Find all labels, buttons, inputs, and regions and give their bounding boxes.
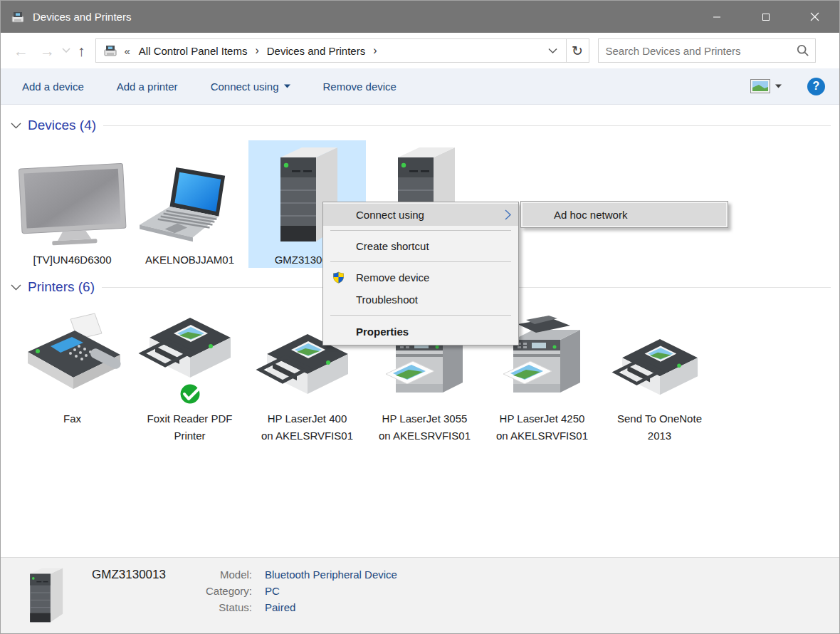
menu-item-label: Remove device xyxy=(356,271,429,284)
tv-icon xyxy=(16,140,129,249)
collapse-chevron-icon[interactable] xyxy=(11,123,21,129)
devices-and-printers-window: Devices and Printers ← → ↑ xyxy=(0,0,840,634)
up-icon[interactable]: ↑ xyxy=(78,43,85,58)
breadcrumb-separator-icon[interactable]: › xyxy=(367,44,382,57)
printer-tile-onenote[interactable]: Send To OneNote 2013 xyxy=(601,301,718,445)
detail-value-category: PC xyxy=(265,585,397,597)
menu-separator xyxy=(330,315,511,316)
navigation-bar: ← → ↑ « All Control Panel Items › Device… xyxy=(1,33,839,68)
refresh-button[interactable]: ↻ xyxy=(567,38,589,63)
printer-label: Send To OneNote 2013 xyxy=(613,410,707,445)
menu-separator xyxy=(330,230,511,231)
fax-icon xyxy=(19,301,126,407)
device-tile-tv[interactable]: [TV]UN46D6300 xyxy=(14,140,131,268)
menu-item-properties[interactable]: Properties xyxy=(323,320,518,343)
menu-item-label: Connect using xyxy=(356,209,424,221)
device-label: [TV]UN46D6300 xyxy=(16,251,130,268)
add-printer-button[interactable]: Add a printer xyxy=(117,80,178,93)
submenu-item-ad-hoc-network[interactable]: Ad hoc network xyxy=(523,203,726,226)
minimize-button[interactable] xyxy=(692,1,741,33)
collapse-chevron-icon[interactable] xyxy=(11,284,21,291)
printer-label: HP LaserJet 4250 on AKELSRVFIS01 xyxy=(495,410,589,445)
menu-separator xyxy=(330,261,511,262)
thumbnail-view-icon xyxy=(750,79,770,93)
back-icon[interactable]: ← xyxy=(14,43,28,58)
device-details: Model: Bluetooth Peripheral Device Categ… xyxy=(194,568,397,613)
menu-item-remove-device[interactable]: Remove device xyxy=(323,266,518,289)
uac-shield-icon xyxy=(332,271,345,284)
help-button[interactable]: ? xyxy=(807,78,825,95)
selected-device-name: GMZ3130013 xyxy=(92,568,181,582)
printers-section-title: Printers (6) xyxy=(28,279,95,295)
printer-label: Foxit Reader PDF Printer xyxy=(143,410,237,445)
device-label: AKELNOBJJAM01 xyxy=(133,251,247,268)
device-tile-laptop[interactable]: AKELNOBJJAM01 xyxy=(131,140,248,268)
command-bar: Add a device Add a printer Connect using… xyxy=(1,68,839,105)
close-button[interactable] xyxy=(790,1,839,33)
menu-item-connect-using[interactable]: Connect using xyxy=(323,204,518,226)
breadcrumb-item-devices-printers[interactable]: Devices and Printers xyxy=(265,45,367,57)
add-device-button[interactable]: Add a device xyxy=(22,80,84,93)
laptop-icon xyxy=(134,140,246,249)
photo-printer-icon xyxy=(610,301,710,407)
app-icon xyxy=(10,9,26,25)
connect-using-label: Connect using xyxy=(211,80,279,93)
search-box xyxy=(598,38,816,63)
section-rule xyxy=(103,125,831,126)
titlebar: Devices and Printers xyxy=(1,1,839,33)
search-icon[interactable] xyxy=(797,44,809,57)
menu-item-label: Create shortcut xyxy=(356,240,429,252)
detail-label-model: Model: xyxy=(194,568,252,581)
printer-label: HP LaserJet 400 on AKELSRVFIS01 xyxy=(261,410,355,445)
menu-item-create-shortcut[interactable]: Create shortcut xyxy=(323,235,518,257)
remove-device-button[interactable]: Remove device xyxy=(323,80,397,93)
recent-pages-chevron-icon[interactable] xyxy=(62,48,70,53)
search-input[interactable] xyxy=(604,44,797,58)
menu-item-label: Troubleshoot xyxy=(356,293,418,306)
change-view-button[interactable] xyxy=(750,79,782,93)
breadcrumb-separator-icon[interactable]: › xyxy=(249,44,264,57)
breadcrumb-item-control-panel[interactable]: All Control Panel Items xyxy=(137,45,250,57)
breadcrumb[interactable]: « All Control Panel Items › Devices and … xyxy=(95,38,567,63)
chevron-down-icon xyxy=(284,84,290,88)
devices-section-header: Devices (4) xyxy=(1,105,839,136)
printer-tile-fax[interactable]: Fax xyxy=(14,301,131,445)
chevron-down-icon xyxy=(775,84,782,88)
breadcrumb-collapse-icon[interactable]: « xyxy=(125,45,130,57)
forward-icon[interactable]: → xyxy=(40,43,55,58)
photo-printer-icon xyxy=(137,301,243,407)
printer-label: HP LaserJet 3055 on AKELSRVFIS01 xyxy=(378,410,472,445)
window-title: Devices and Printers xyxy=(33,11,131,23)
submenu-arrow-icon xyxy=(505,209,511,220)
printer-label: Fax xyxy=(26,410,120,427)
detail-value-status: Paired xyxy=(265,601,397,613)
printer-tile-foxit[interactable]: Foxit Reader PDF Printer xyxy=(131,301,248,445)
connect-using-submenu: Ad hoc network xyxy=(520,201,728,228)
pc-tower-icon xyxy=(25,565,66,629)
detail-label-status: Status: xyxy=(194,601,252,613)
menu-item-troubleshoot[interactable]: Troubleshoot xyxy=(323,289,518,311)
connect-using-button[interactable]: Connect using xyxy=(211,80,290,93)
address-dropdown-icon[interactable] xyxy=(545,48,560,54)
details-pane: GMZ3130013 Model: Bluetooth Peripheral D… xyxy=(1,557,839,633)
menu-item-label: Properties xyxy=(356,326,409,338)
devices-printers-icon xyxy=(103,43,118,58)
detail-value-model: Bluetooth Peripheral Device xyxy=(265,568,397,581)
context-menu: Connect using Create shortcut Remove dev… xyxy=(322,202,519,345)
default-check-badge xyxy=(179,383,201,405)
maximize-button[interactable] xyxy=(741,1,790,33)
menu-item-label: Ad hoc network xyxy=(554,209,627,221)
devices-section-title: Devices (4) xyxy=(28,118,96,133)
detail-label-category: Category: xyxy=(194,585,252,597)
